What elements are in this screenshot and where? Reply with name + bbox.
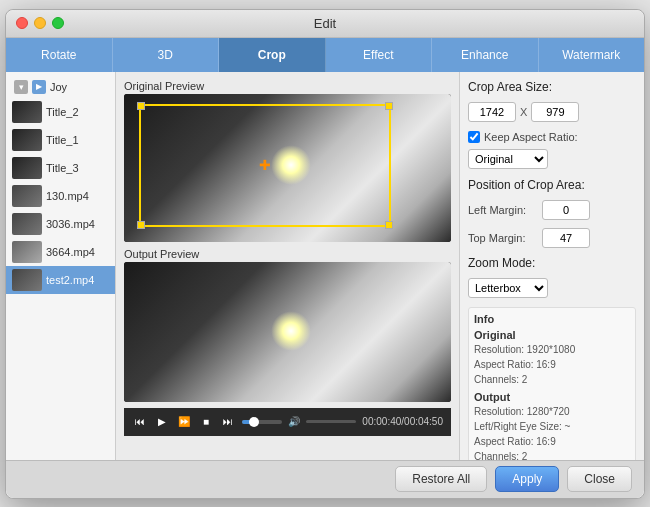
window-title: Edit <box>314 16 336 31</box>
tab-effect[interactable]: Effect <box>326 38 433 72</box>
sidebar-item-130[interactable]: 130.mp4 <box>6 182 115 210</box>
output-eye-size: Left/Right Eye Size: ~ <box>474 419 630 434</box>
sidebar-thumb-title2 <box>12 101 42 123</box>
close-button[interactable]: Close <box>567 466 632 492</box>
stop-button[interactable]: ■ <box>198 416 214 427</box>
sidebar-thumb-test2 <box>12 269 42 291</box>
crop-handle-bl[interactable] <box>137 221 145 229</box>
sidebar: ▾ ▶ Joy Title_2 Title_1 Title_3 130.mp4 <box>6 72 116 460</box>
titlebar: Edit <box>6 10 644 38</box>
output-channels: Channels: 2 <box>474 449 630 460</box>
left-margin-label: Left Margin: <box>468 204 538 216</box>
original-preview-section: Original Preview ✚ <box>124 80 451 242</box>
main-window: Edit Rotate 3D Crop Effect Enhance Water… <box>5 9 645 499</box>
top-margin-input[interactable] <box>542 228 590 248</box>
sidebar-item-3036[interactable]: 3036.mp4 <box>6 210 115 238</box>
output-preview-container <box>124 262 451 402</box>
output-video-frame <box>124 262 451 402</box>
tab-watermark[interactable]: Watermark <box>539 38 645 72</box>
sidebar-thumb-title3 <box>12 157 42 179</box>
original-preview-container: ✚ <box>124 94 451 242</box>
fast-forward-button[interactable]: ⏩ <box>176 416 192 427</box>
skip-back-button[interactable]: ⏮ <box>132 416 148 427</box>
time-display: 00:00:40/00:04:50 <box>362 416 443 427</box>
output-resolution: Resolution: 1280*720 <box>474 404 630 419</box>
sidebar-item-title2[interactable]: Title_2 <box>6 98 115 126</box>
sidebar-item-3664[interactable]: 3664.mp4 <box>6 238 115 266</box>
sidebar-item-test2[interactable]: test2.mp4 <box>6 266 115 294</box>
sidebar-label-130: 130.mp4 <box>46 190 89 202</box>
progress-thumb[interactable] <box>249 417 259 427</box>
crop-handle-tl[interactable] <box>137 102 145 110</box>
sidebar-thumb-3036 <box>12 213 42 235</box>
crosshair-icon: ✚ <box>259 157 271 173</box>
output-info-title: Output <box>474 391 630 403</box>
sidebar-joy-label: Joy <box>50 81 67 93</box>
bottom-bar: Restore All Apply Close <box>6 460 644 498</box>
original-resolution: Resolution: 1920*1080 <box>474 342 630 357</box>
crop-width-input[interactable] <box>468 102 516 122</box>
sidebar-label-3664: 3664.mp4 <box>46 246 95 258</box>
sidebar-item-title1[interactable]: Title_1 <box>6 126 115 154</box>
sidebar-label-title2: Title_2 <box>46 106 79 118</box>
aspect-select-row: Original 16:9 4:3 1:1 <box>468 149 636 169</box>
left-margin-input[interactable] <box>542 200 590 220</box>
tab-rotate[interactable]: Rotate <box>6 38 113 72</box>
keep-aspect-checkbox[interactable] <box>468 131 480 143</box>
keep-aspect-row: Keep Aspect Ratio: <box>468 131 636 143</box>
volume-bar[interactable] <box>306 420 356 423</box>
original-info-title: Original <box>474 329 630 341</box>
top-margin-label: Top Margin: <box>468 232 538 244</box>
sidebar-item-title3[interactable]: Title_3 <box>6 154 115 182</box>
original-aspect: Aspect Ratio: 16:9 <box>474 357 630 372</box>
info-section: Info Original Resolution: 1920*1080 Aspe… <box>468 307 636 460</box>
x-separator: X <box>520 106 527 118</box>
left-margin-row: Left Margin: <box>468 200 636 220</box>
info-title: Info <box>474 313 630 325</box>
sidebar-label-title1: Title_1 <box>46 134 79 146</box>
crop-overlay[interactable]: ✚ <box>139 104 391 227</box>
original-preview-label: Original Preview <box>124 80 451 92</box>
close-traffic-light[interactable] <box>16 17 28 29</box>
original-channels: Channels: 2 <box>474 372 630 387</box>
volume-icon: 🔊 <box>288 416 300 427</box>
play-button[interactable]: ▶ <box>154 416 170 427</box>
aspect-ratio-select[interactable]: Original 16:9 4:3 1:1 <box>468 149 548 169</box>
collapse-icon: ▾ <box>14 80 28 94</box>
top-margin-row: Top Margin: <box>468 228 636 248</box>
keep-aspect-label: Keep Aspect Ratio: <box>484 131 578 143</box>
sidebar-thumb-130 <box>12 185 42 207</box>
crop-area-size-title: Crop Area Size: <box>468 80 636 94</box>
tab-enhance[interactable]: Enhance <box>432 38 539 72</box>
crop-height-input[interactable] <box>531 102 579 122</box>
tab-crop[interactable]: Crop <box>219 38 326 72</box>
sidebar-thumb-title1 <box>12 129 42 151</box>
apply-button[interactable]: Apply <box>495 466 559 492</box>
toolbar: Rotate 3D Crop Effect Enhance Watermark <box>6 38 644 72</box>
position-title: Position of Crop Area: <box>468 178 636 192</box>
restore-all-button[interactable]: Restore All <box>395 466 487 492</box>
main-content: ▾ ▶ Joy Title_2 Title_1 Title_3 130.mp4 <box>6 72 644 460</box>
zoom-mode-select[interactable]: Letterbox Pan & Scan Full <box>468 278 548 298</box>
zoom-mode-title: Zoom Mode: <box>468 256 636 270</box>
playback-bar: ⏮ ▶ ⏩ ■ ⏭ 🔊 00:00:40/00:04:50 <box>124 408 451 436</box>
sidebar-thumb-3664 <box>12 241 42 263</box>
right-panel: Crop Area Size: X Keep Aspect Ratio: Ori… <box>459 72 644 460</box>
maximize-traffic-light[interactable] <box>52 17 64 29</box>
sidebar-joy-folder[interactable]: ▾ ▶ Joy <box>6 76 115 98</box>
minimize-traffic-light[interactable] <box>34 17 46 29</box>
folder-icon: ▶ <box>32 80 46 94</box>
sidebar-label-title3: Title_3 <box>46 162 79 174</box>
center-area: Original Preview ✚ Output Preview <box>116 72 459 460</box>
skip-forward-button[interactable]: ⏭ <box>220 416 236 427</box>
sidebar-label-test2: test2.mp4 <box>46 274 94 286</box>
progress-bar[interactable] <box>242 420 282 424</box>
traffic-lights <box>16 17 64 29</box>
output-preview-label: Output Preview <box>124 248 451 260</box>
zoom-mode-row: Letterbox Pan & Scan Full <box>468 278 636 298</box>
crop-size-row: X <box>468 102 636 122</box>
output-preview-section: Output Preview <box>124 248 451 402</box>
crop-handle-tr[interactable] <box>385 102 393 110</box>
crop-handle-br[interactable] <box>385 221 393 229</box>
tab-3d[interactable]: 3D <box>113 38 220 72</box>
